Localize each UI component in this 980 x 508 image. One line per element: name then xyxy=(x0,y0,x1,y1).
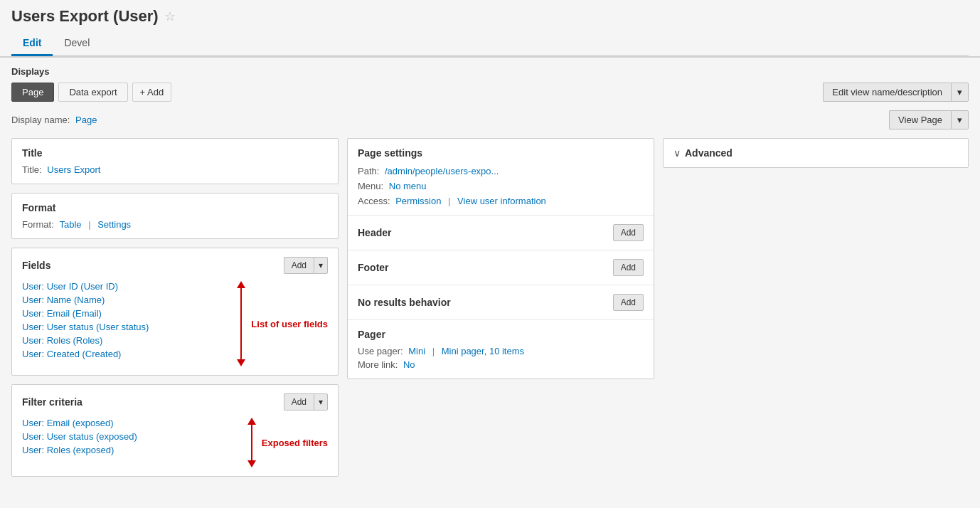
edit-view-main-btn[interactable]: Edit view name/description xyxy=(823,83,951,102)
access-label: Access: xyxy=(358,196,390,206)
pager-use-pager: Use pager: Mini | Mini pager, 10 items xyxy=(358,346,644,356)
content-area: Displays Page Data export + Add Edit vie… xyxy=(0,58,980,485)
view-page-btn-group: View Page ▾ xyxy=(889,110,969,129)
display-name-link[interactable]: Page xyxy=(75,115,97,125)
no-results-add-btn[interactable]: Add xyxy=(613,294,644,311)
filter-add-arrow-btn[interactable]: ▾ xyxy=(314,393,328,411)
field-roles[interactable]: User: Roles (Roles) xyxy=(22,335,223,346)
no-link[interactable]: No xyxy=(403,359,415,370)
field-created[interactable]: User: Created (Created) xyxy=(22,349,223,359)
page-title: Users Export (User) ☆ xyxy=(11,7,969,31)
page-settings-title: Page settings xyxy=(358,147,644,159)
displays-label: Displays xyxy=(11,66,969,77)
fields-add-arrow-btn[interactable]: ▾ xyxy=(314,257,328,274)
left-panel: Title Title: Users Export Format Format:… xyxy=(11,138,339,477)
field-email[interactable]: User: Email (Email) xyxy=(22,308,223,319)
permission-link[interactable]: Permission xyxy=(395,196,441,206)
filter-arrow-shaft xyxy=(251,425,252,460)
filter-list: User: Email (exposed) User: User status … xyxy=(22,418,233,467)
fields-annotation: List of user fields xyxy=(231,281,328,366)
format-table-link[interactable]: Table xyxy=(59,219,81,230)
view-page-main-btn[interactable]: View Page xyxy=(889,110,951,129)
filter-title: Filter criteria xyxy=(22,396,82,408)
arrow-shaft xyxy=(240,288,242,359)
mini-link[interactable]: Mini xyxy=(408,346,425,356)
footer-section-title: Footer xyxy=(358,262,389,273)
path-value[interactable]: /admin/people/users-expo... xyxy=(385,166,499,176)
pager-more-link: More link: No xyxy=(358,359,644,370)
arrow-tip-up xyxy=(237,281,245,288)
filter-list-and-annotation: User: Email (exposed) User: User status … xyxy=(22,418,328,467)
chevron-down-icon: ∨ xyxy=(673,147,681,159)
filter-arrow-vertical xyxy=(247,418,256,467)
filter-arrow-tip-up xyxy=(247,418,256,425)
data-export-display-btn[interactable]: Data export xyxy=(58,83,127,102)
filter-roles[interactable]: User: Roles (exposed) xyxy=(22,445,233,455)
no-results-title: No results behavior xyxy=(358,297,451,308)
title-row-link[interactable]: Users Export xyxy=(47,164,100,175)
fields-list-and-annotation: User: User ID (User ID) User: Name (Name… xyxy=(22,281,328,366)
display-name-label: Display name: xyxy=(11,115,70,125)
field-user-id[interactable]: User: User ID (User ID) xyxy=(22,281,223,292)
three-col-layout: Title Title: Users Export Format Format:… xyxy=(11,138,969,477)
format-panel: Format Format: Table | Settings xyxy=(11,193,339,239)
footer-section: Footer Add xyxy=(348,250,654,285)
fields-title: Fields xyxy=(22,260,50,271)
field-name[interactable]: User: Name (Name) xyxy=(22,295,223,305)
advanced-header[interactable]: ∨ Advanced xyxy=(664,139,968,167)
filter-header: Filter criteria Add ▾ xyxy=(22,393,328,411)
filter-user-status[interactable]: User: User status (exposed) xyxy=(22,431,233,442)
filter-email[interactable]: User: Email (exposed) xyxy=(22,418,233,428)
mini-pager-link[interactable]: Mini pager, 10 items xyxy=(442,346,524,356)
page-title-text: Users Export (User) xyxy=(11,7,159,26)
page-display-btn[interactable]: Page xyxy=(11,83,54,102)
title-panel: Title Title: Users Export xyxy=(11,138,339,184)
page-settings-menu: Menu: No menu xyxy=(358,181,644,191)
page-settings-access: Access: Permission | View user informati… xyxy=(358,196,644,206)
view-page-arrow-btn[interactable]: ▾ xyxy=(951,110,969,129)
filter-add-btn[interactable]: Add xyxy=(284,393,314,411)
menu-label: Menu: xyxy=(358,181,383,191)
display-name-left: Display name: Page xyxy=(11,115,97,125)
header-add-btn[interactable]: Add xyxy=(613,224,644,241)
tab-edit[interactable]: Edit xyxy=(11,31,53,56)
top-bar: Users Export (User) ☆ Edit Devel xyxy=(0,0,980,58)
fields-header: Fields Add ▾ xyxy=(22,257,328,274)
pager-separator: | xyxy=(432,346,435,356)
format-separator: | xyxy=(88,219,90,230)
advanced-title: Advanced xyxy=(685,147,733,159)
path-label: Path: xyxy=(358,166,379,176)
arrow-tip-down xyxy=(237,359,245,366)
add-display-btn[interactable]: + Add xyxy=(132,83,172,102)
display-name-bar: Display name: Page View Page ▾ xyxy=(11,110,969,129)
footer-add-btn[interactable]: Add xyxy=(613,259,644,276)
header-section-title: Header xyxy=(358,227,391,238)
field-user-status[interactable]: User: User status (User status) xyxy=(22,322,223,332)
middle-panel: Page settings Path: /admin/people/users-… xyxy=(347,138,654,379)
star-icon[interactable]: ☆ xyxy=(164,9,176,24)
format-label: Format: xyxy=(22,219,54,230)
fields-arrow-vertical xyxy=(237,281,245,366)
fields-add-btn[interactable]: Add xyxy=(284,257,314,274)
title-section-title: Title xyxy=(22,147,328,159)
page-settings-path: Path: /admin/people/users-expo... xyxy=(358,166,644,176)
filter-annotation: Exposed filters xyxy=(242,418,328,467)
tab-bar: Edit Devel xyxy=(11,31,969,56)
more-link-label: More link: xyxy=(358,359,398,370)
access-separator: | xyxy=(448,196,450,206)
pager-section: Pager Use pager: Mini | Mini pager, 10 i… xyxy=(348,320,654,379)
title-section-row: Title: Users Export xyxy=(22,164,328,175)
pager-title: Pager xyxy=(358,329,644,340)
tab-devel[interactable]: Devel xyxy=(53,31,101,56)
filter-panel: Filter criteria Add ▾ User: Email (expos… xyxy=(11,384,339,477)
right-panel: ∨ Advanced xyxy=(663,138,969,168)
view-user-link[interactable]: View user information xyxy=(457,196,546,206)
edit-view-btn-group: Edit view name/description ▾ xyxy=(823,83,969,102)
menu-value[interactable]: No menu xyxy=(389,181,427,191)
title-row-label: Title: xyxy=(22,164,42,175)
fields-list: User: User ID (User ID) User: Name (Name… xyxy=(22,281,223,366)
format-settings-link[interactable]: Settings xyxy=(97,219,131,230)
fields-panel: Fields Add ▾ User: User ID (User ID) Use… xyxy=(11,248,339,376)
page-settings-section: Page settings Path: /admin/people/users-… xyxy=(348,139,654,216)
edit-view-arrow-btn[interactable]: ▾ xyxy=(951,83,969,102)
